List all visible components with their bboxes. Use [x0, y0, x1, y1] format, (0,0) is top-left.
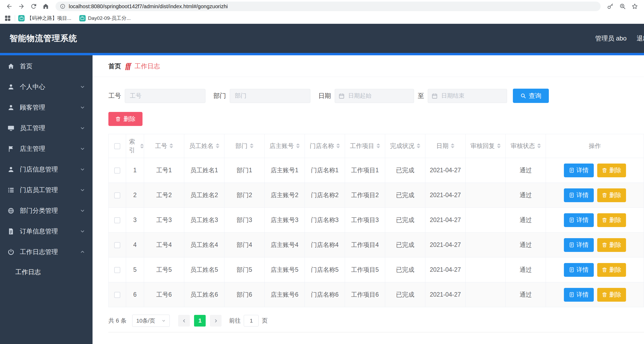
sort-carets-icon[interactable]: [140, 144, 144, 148]
select-all-checkbox[interactable]: [114, 143, 120, 149]
row-delete-button[interactable]: 删除: [597, 213, 626, 227]
row-delete-button[interactable]: 删除: [597, 164, 626, 177]
table-cell: 通过: [506, 158, 546, 183]
key-icon: [607, 3, 614, 10]
table-cell: 部门2: [224, 183, 265, 208]
password-manager-button[interactable]: [606, 2, 615, 11]
sort-carets-icon[interactable]: [376, 143, 380, 148]
sidebar-item[interactable]: 门店员工管理: [0, 180, 93, 200]
table-row: 4工号4员工姓名4部门4店主账号4门店名称4工作项目4已完成2021-04-27…: [109, 233, 644, 257]
logout-link[interactable]: 退出: [637, 34, 644, 43]
row-checkbox[interactable]: [114, 242, 120, 248]
detail-icon: [569, 267, 574, 273]
tv-icon: [19, 16, 24, 20]
date-end-input[interactable]: [428, 89, 507, 103]
goto-page-input[interactable]: [244, 315, 259, 327]
worker-id-input[interactable]: [125, 89, 205, 103]
breadcrumb-home[interactable]: 首页: [108, 62, 121, 70]
row-delete-button[interactable]: 删除: [597, 188, 626, 202]
zoom-in-icon: [619, 3, 626, 10]
date-start-input[interactable]: [335, 89, 414, 103]
sort-carets-icon[interactable]: [537, 143, 541, 148]
chevDown-icon: [80, 105, 85, 110]
sort-carets-icon[interactable]: [497, 143, 501, 148]
sidebar-item[interactable]: 店主管理: [0, 138, 93, 159]
sidebar-item[interactable]: 订单信息管理: [0, 221, 93, 242]
sidebar-item[interactable]: 员工管理: [0, 118, 93, 138]
table-cell: 已完成: [385, 282, 425, 307]
sidebar-item[interactable]: 首页: [0, 56, 93, 76]
table-cell: 部门6: [224, 282, 265, 307]
row-delete-button[interactable]: 删除: [597, 263, 626, 277]
sort-carets-icon[interactable]: [216, 143, 219, 148]
sort-carets-icon[interactable]: [250, 143, 254, 148]
sort-carets-icon[interactable]: [417, 143, 420, 148]
sort-carets-icon[interactable]: [296, 143, 300, 148]
current-page[interactable]: 1: [194, 315, 206, 327]
zoom-button[interactable]: [618, 2, 627, 11]
detail-button[interactable]: 详情: [564, 288, 594, 302]
forward-button[interactable]: [17, 2, 26, 11]
row-delete-button[interactable]: 删除: [597, 288, 626, 302]
detail-button[interactable]: 详情: [564, 263, 594, 277]
row-checkbox[interactable]: [114, 292, 120, 298]
row-checkbox[interactable]: [114, 192, 120, 198]
row-checkbox[interactable]: [114, 168, 120, 174]
sort-carets-icon[interactable]: [169, 143, 173, 148]
table-cell: 店主账号3: [265, 208, 305, 233]
column-header[interactable]: 审核状态: [506, 134, 546, 158]
sidebar-item[interactable]: 门店信息管理: [0, 159, 93, 180]
column-header[interactable]: 门店名称: [305, 134, 345, 158]
sidebar-item[interactable]: 顾客管理: [0, 97, 93, 118]
department-input[interactable]: [230, 89, 310, 103]
column-header[interactable]: 索引: [126, 134, 144, 158]
column-header[interactable]: 审核回复: [466, 134, 506, 158]
batch-actions: 删除: [108, 112, 644, 126]
home-button[interactable]: [41, 2, 50, 11]
row-checkbox[interactable]: [114, 267, 120, 273]
back-button[interactable]: [4, 2, 14, 11]
column-header[interactable]: 日期: [425, 134, 466, 158]
bookmarks-list: 【码神之路】项目...Day02-09-员工分...: [18, 15, 139, 22]
next-page-button[interactable]: [210, 315, 222, 327]
header-user[interactable]: 管理员 abo: [595, 34, 627, 43]
column-header[interactable]: 员工姓名: [184, 134, 224, 158]
sidebar-item[interactable]: 个人中心: [0, 76, 93, 97]
column-header[interactable]: 部门: [224, 134, 265, 158]
bookmark-favicon: [18, 15, 25, 21]
search-button[interactable]: 查询: [513, 89, 549, 103]
apps-grid-icon[interactable]: [4, 14, 12, 22]
column-header[interactable]: 店主账号: [265, 134, 305, 158]
sidebar-item-label: 首页: [20, 62, 33, 70]
trash-icon: [602, 267, 607, 273]
sort-carets-icon[interactable]: [451, 143, 454, 148]
bookmark-star-button[interactable]: [630, 2, 640, 11]
batch-delete-button[interactable]: 删除: [108, 112, 142, 126]
column-header[interactable]: 工号: [144, 134, 184, 158]
row-delete-button[interactable]: 删除: [597, 238, 626, 252]
sort-carets-icon[interactable]: [336, 143, 340, 148]
bookmark-item[interactable]: 【码神之路】项目...: [18, 15, 71, 22]
detail-button[interactable]: 详情: [564, 188, 594, 202]
chevDown-icon: [80, 187, 85, 193]
prev-page-button[interactable]: [178, 315, 190, 327]
row-checkbox[interactable]: [114, 217, 120, 223]
page-size-select[interactable]: 10条/页: [132, 315, 170, 327]
bookmark-item[interactable]: Day02-09-员工分...: [79, 15, 131, 22]
sidebar-item[interactable]: 部门分类管理: [0, 200, 93, 221]
table-cell: 员工姓名1: [184, 158, 224, 183]
detail-button[interactable]: 详情: [564, 164, 594, 177]
url-bar[interactable]: localhost:8080/springboot142f7/admin/dis…: [56, 2, 601, 11]
user-icon: [7, 83, 15, 90]
sidebar-subitem[interactable]: 工作日志: [0, 262, 93, 282]
column-header[interactable]: 工作项目: [345, 134, 385, 158]
detail-button[interactable]: 详情: [564, 213, 594, 227]
sidebar-item-label: 顾客管理: [20, 103, 45, 112]
breadcrumb-separator: fff: [125, 62, 130, 70]
column-header[interactable]: 完成状况: [385, 134, 425, 158]
sidebar-item[interactable]: 工作日志管理: [0, 242, 93, 262]
table-row: 6工号6员工姓名6部门6店主账号6门店名称6工作项目6已完成2021-04-27…: [109, 282, 644, 307]
info-icon[interactable]: [60, 3, 66, 9]
detail-button[interactable]: 详情: [564, 238, 594, 252]
refresh-button[interactable]: [29, 2, 38, 11]
